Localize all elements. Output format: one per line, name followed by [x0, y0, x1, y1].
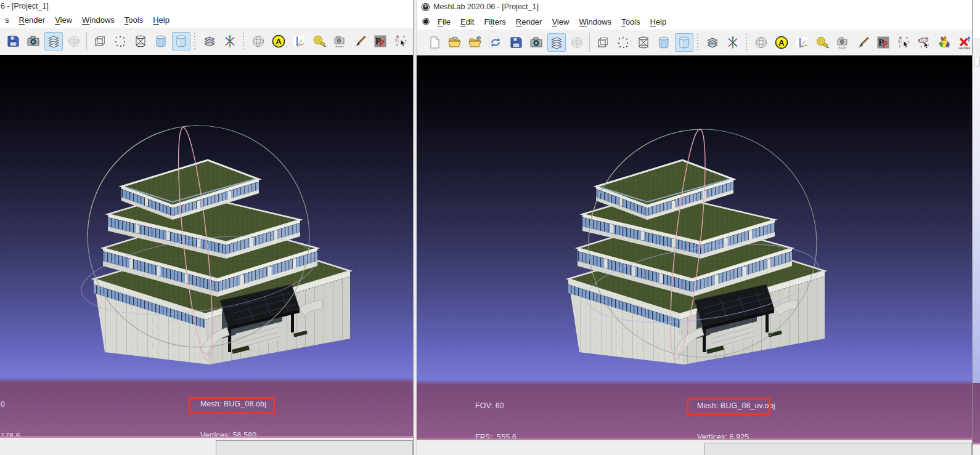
flat-icon	[656, 35, 671, 50]
toolbar-button-aligncam[interactable]: Raster	[330, 32, 349, 50]
hud-vertices: Vertices: 6.925	[697, 432, 775, 440]
toolbar-button-flat[interactable]	[655, 33, 673, 52]
toolbar-button-layers[interactable]	[44, 32, 63, 50]
toolbar-button-smooth[interactable]	[675, 33, 693, 52]
smooth-icon	[174, 34, 189, 49]
toolbar-button-save[interactable]	[4, 32, 22, 50]
viewport-3d[interactable]: FOV: 60 FPS: 555.6 BO_RENDERING Mesh: BU…	[417, 55, 972, 440]
openproject-icon	[468, 35, 483, 50]
right-edge-panel	[972, 0, 980, 455]
texta-icon: A	[271, 34, 286, 49]
toolbar-button-openmesh[interactable]	[446, 33, 464, 52]
toolbar-separator	[589, 33, 590, 52]
bggrid-icon	[570, 35, 584, 50]
building-model[interactable]	[94, 160, 350, 364]
menu-item-render[interactable]: Render	[511, 15, 547, 28]
faces-highlight-box	[189, 397, 275, 414]
toolbar-button-points[interactable]	[111, 32, 129, 50]
new-icon	[427, 35, 442, 50]
toolbar-button-trackball[interactable]	[249, 32, 267, 50]
toolbar-button-triad[interactable]	[793, 33, 811, 52]
menu-item-filters-clipped[interactable]: s	[0, 14, 14, 26]
menu-item-windows[interactable]: Windows	[77, 14, 120, 26]
hud-camera-info: 0 178.6 ENDERING	[1, 379, 42, 438]
menu-item-edit[interactable]: Edit	[455, 15, 479, 28]
toolbar-button-brush[interactable]	[854, 33, 872, 52]
wireframe-icon	[133, 34, 148, 49]
bbox-icon	[92, 34, 107, 49]
toolbar-button-tape[interactable]	[813, 33, 831, 52]
reload-icon	[488, 35, 503, 50]
toolbar-button-stack[interactable]	[703, 33, 722, 52]
hud-vertices: Vertices: 56,580	[200, 430, 266, 438]
building-model[interactable]	[568, 160, 825, 364]
toolbar-button-pp[interactable]: PP	[371, 32, 390, 50]
toolbar-button-pointpick[interactable]	[894, 33, 913, 52]
toolbar-button-reload[interactable]	[486, 33, 505, 52]
toolbar: ARasterPP	[0, 28, 413, 55]
menu-item-help[interactable]: Help	[645, 15, 671, 28]
toolbar-button-stack[interactable]	[200, 32, 219, 50]
hud-camera-info: FOV: 60 FPS: 555.6 BO_RENDERING	[475, 380, 537, 440]
layers-icon	[46, 34, 61, 49]
toolbar-button-axes[interactable]	[724, 33, 742, 52]
toolbar-button-trackball[interactable]	[752, 33, 770, 52]
stack-icon	[202, 34, 217, 49]
menu-bar: sRenderViewWindowsToolsHelp	[0, 12, 413, 28]
toolbar-button-bggrid	[568, 33, 586, 52]
toolbar-button-flat[interactable]	[152, 32, 170, 50]
toolbar-button-bbox[interactable]	[91, 32, 109, 50]
menu-item-render[interactable]: Render	[14, 14, 51, 26]
toolbar-button-texta[interactable]: A	[269, 32, 288, 50]
toolbar-button-layers[interactable]	[547, 33, 566, 52]
toolbar-button-triad[interactable]	[290, 32, 308, 50]
toolbar-button-texta[interactable]: A	[772, 33, 791, 52]
toolbar-button-tape[interactable]	[310, 32, 329, 50]
toolbar-button-brush[interactable]	[351, 32, 369, 50]
pointpick-icon	[896, 35, 911, 50]
toolbar-button-georef[interactable]: GEOREF	[955, 33, 973, 52]
title-bar[interactable]: 6 - [Project_1]	[0, 0, 413, 12]
right-edge-bottom	[973, 445, 980, 455]
toolbar-button-points[interactable]	[614, 33, 632, 52]
toolbar-button-save[interactable]	[507, 33, 525, 52]
save-icon	[508, 35, 523, 50]
menu-item-tools[interactable]: Tools	[616, 15, 645, 28]
aligncam-icon: Raster	[835, 35, 850, 50]
toolbar-button-pp[interactable]: PP	[874, 33, 892, 52]
menu-item-windows[interactable]: Windows	[574, 15, 616, 28]
scrollbar-thumb[interactable]	[974, 57, 980, 66]
trackball-icon	[251, 34, 266, 49]
trackball-icon	[754, 35, 769, 50]
bottom-dock-panel	[216, 440, 413, 455]
toolbar-button-snapshot[interactable]	[24, 32, 43, 50]
toolbar-grip	[745, 34, 748, 51]
toolbar-button-wireframe[interactable]	[131, 32, 150, 50]
toolbar-button-smooth[interactable]	[172, 32, 190, 50]
menu-item-file[interactable]: File	[433, 15, 455, 28]
tape-icon	[815, 35, 830, 50]
menu-item-view[interactable]: View	[547, 15, 574, 28]
svg-text:A: A	[276, 37, 282, 46]
toolbar-button-snapshot[interactable]	[527, 33, 545, 52]
toolbar-button-bbox[interactable]	[594, 33, 612, 52]
toolbar-button-axes[interactable]	[221, 32, 239, 50]
menu-item-help[interactable]: Help	[148, 14, 174, 26]
toolbar-button-bggrid	[65, 32, 83, 50]
svg-text:P: P	[379, 38, 385, 48]
viewport-3d[interactable]: 0 178.6 ENDERING Mesh: BUG_08.obj Vertic…	[0, 55, 413, 438]
menu-item-view[interactable]: View	[50, 14, 77, 26]
toolbar-button-pointpick[interactable]	[391, 32, 410, 50]
toolbar-button-meshmove[interactable]	[915, 33, 933, 52]
toolbar-button-new[interactable]	[425, 33, 444, 52]
toolbar-button-openproject[interactable]	[466, 33, 484, 52]
menu-item-tools[interactable]: Tools	[120, 14, 148, 26]
title-bar[interactable]: MeshLab 2020.06 - [Project_1]	[417, 0, 972, 14]
toolbar-button-aligncam[interactable]: Raster	[833, 33, 852, 52]
toolbar-button-bunny[interactable]	[935, 33, 953, 52]
menu-item-filters[interactable]: Filters	[479, 15, 510, 28]
triad-icon	[292, 34, 306, 49]
toolbar-button-wireframe[interactable]	[634, 33, 653, 52]
hud-fps: 178.6	[1, 431, 42, 438]
wireframe-icon	[636, 35, 651, 50]
